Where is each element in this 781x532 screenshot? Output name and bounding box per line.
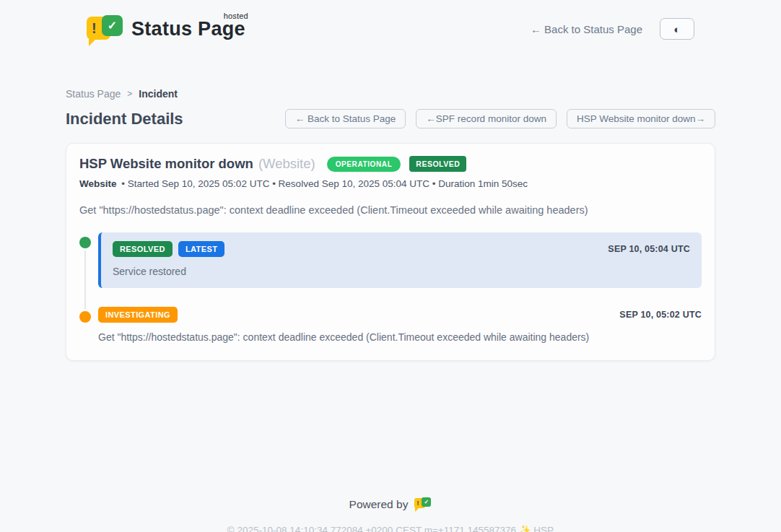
timeline-entry-investigating: INVESTIGATING SEP 10, 05:02 UTC Get "htt…	[79, 307, 702, 343]
meta-component: Website	[79, 178, 117, 189]
prev-incident-button[interactable]: ←SPF record monitor down	[416, 109, 557, 128]
operational-badge: OPERATIONAL	[327, 157, 401, 172]
logo-check-icon: ✓	[102, 15, 123, 36]
app-logo[interactable]: ! ✓ Status Page hosted	[87, 13, 245, 45]
investigating-status-badge: INVESTIGATING	[98, 307, 178, 323]
timeline-timestamp: SEP 10, 05:04 UTC	[608, 244, 690, 254]
powered-by-label: Powered by	[349, 498, 409, 511]
footer: Powered by ! ✓ © 2025-10-08 14:10:34.772…	[0, 497, 781, 532]
timeline-timestamp: SEP 10, 05:02 UTC	[619, 310, 702, 320]
footer-logo-icon: ! ✓	[414, 497, 432, 512]
back-to-status-page-button[interactable]: ← Back to Status Page	[285, 109, 406, 128]
incident-timeline: RESOLVED LATEST SEP 10, 05:04 UTC Servic…	[79, 232, 702, 343]
timeline-dot-orange	[79, 311, 91, 323]
incident-title: HSP Website monitor down	[79, 156, 253, 172]
breadcrumb: Status Page > Incident	[66, 88, 715, 100]
resolved-badge: RESOLVED	[409, 156, 466, 172]
meta-details: • Started Sep 10, 2025 05:02 UTC • Resol…	[121, 178, 528, 189]
main-content: Status Page > Incident Incident Details …	[66, 88, 715, 361]
copyright-text: © 2025-10-08 14:10:34.772084 +0200 CEST …	[0, 524, 781, 532]
breadcrumb-separator: >	[127, 89, 132, 99]
page-title: Incident Details	[66, 110, 183, 128]
header: ! ✓ Status Page hosted ← Back to Status …	[0, 0, 781, 49]
latest-badge: LATEST	[178, 241, 224, 257]
theme-toggle-button[interactable]: ◐	[660, 18, 694, 40]
incident-description: Get "https://hostedstatus.page": context…	[79, 204, 702, 216]
breadcrumb-incident: Incident	[139, 88, 178, 100]
timeline-entry-box: INVESTIGATING SEP 10, 05:02 UTC Get "htt…	[98, 307, 702, 343]
next-incident-button[interactable]: HSP Website monitor down→	[567, 109, 715, 128]
resolved-status-badge: RESOLVED	[113, 241, 173, 257]
timeline-entry-box: RESOLVED LATEST SEP 10, 05:04 UTC Servic…	[98, 232, 702, 288]
powered-by-link[interactable]: Powered by ! ✓	[349, 497, 432, 512]
timeline-entry-resolved: RESOLVED LATEST SEP 10, 05:04 UTC Servic…	[79, 232, 702, 288]
incident-component: (Website)	[258, 156, 315, 172]
footer-logo-check-icon: ✓	[422, 497, 431, 507]
timeline-message: Get "https://hostedstatus.page": context…	[98, 331, 702, 343]
logo-text: Status Page hosted	[131, 18, 245, 40]
timeline-dot-green	[79, 237, 91, 248]
breadcrumb-status-page[interactable]: Status Page	[66, 88, 121, 100]
logo-superscript: hosted	[224, 12, 248, 20]
incident-meta: Website • Started Sep 10, 2025 05:02 UTC…	[79, 178, 702, 189]
logo-speech-bubble-icon: ! ✓	[87, 13, 124, 45]
incident-nav-buttons: ← Back to Status Page ←SPF record monito…	[285, 109, 715, 128]
incident-card: HSP Website monitor down (Website) OPERA…	[66, 143, 715, 361]
header-back-to-status-page-link[interactable]: ← Back to Status Page	[531, 23, 642, 35]
timeline-message: Service restored	[113, 266, 690, 277]
theme-half-circle-icon: ◐	[673, 23, 680, 35]
